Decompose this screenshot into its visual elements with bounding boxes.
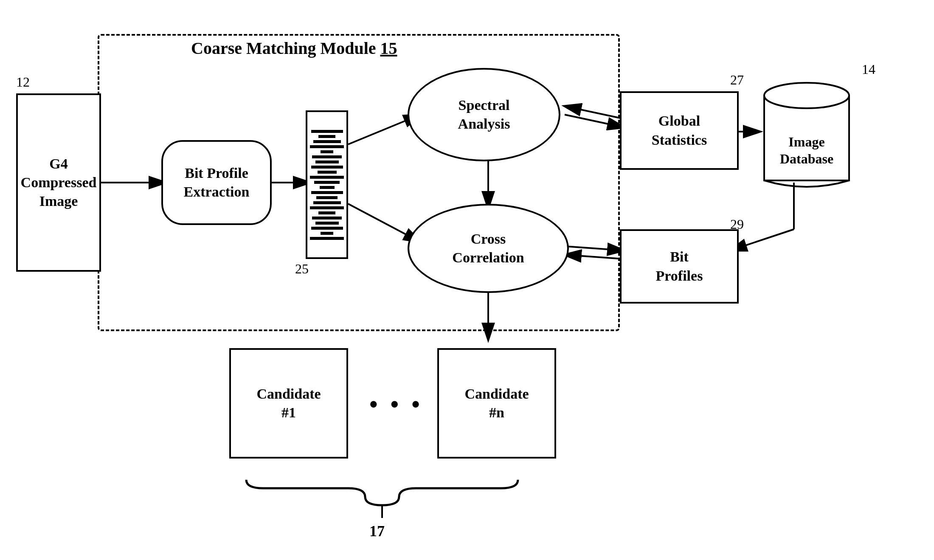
svg-text:Database: Database <box>780 151 833 166</box>
ref-14: 14 <box>862 62 875 77</box>
svg-text:Image: Image <box>788 134 824 149</box>
cross-correlation-node: Cross Correlation <box>408 204 569 293</box>
candidaten-box: Candidate #n <box>437 348 556 459</box>
ref-12: 12 <box>16 74 30 90</box>
ref-25: 25 <box>295 261 309 277</box>
candidate-dots: • • • <box>369 391 423 418</box>
image-database-cylinder: Image Database <box>760 79 853 197</box>
ref-27: 27 <box>730 72 744 88</box>
bit-profile-extraction-box: Bit Profile Extraction <box>161 140 272 225</box>
g4-image-box: G4 Compressed Image <box>16 93 101 272</box>
svg-line-15 <box>730 229 794 250</box>
global-statistics-box: Global Statistics <box>620 91 739 170</box>
barcode-visual <box>306 110 348 259</box>
coarse-module-label: Coarse Matching Module 15 <box>191 38 397 58</box>
candidate1-box: Candidate #1 <box>229 348 348 459</box>
diagram: Coarse Matching Module 15 12 G4 Compress… <box>0 0 934 560</box>
candidates-group-ref: 17 <box>369 522 385 540</box>
spectral-analysis-node: Spectral Analysis <box>408 68 560 161</box>
bit-profiles-box: Bit Profiles <box>620 229 739 304</box>
svg-point-19 <box>764 83 849 108</box>
